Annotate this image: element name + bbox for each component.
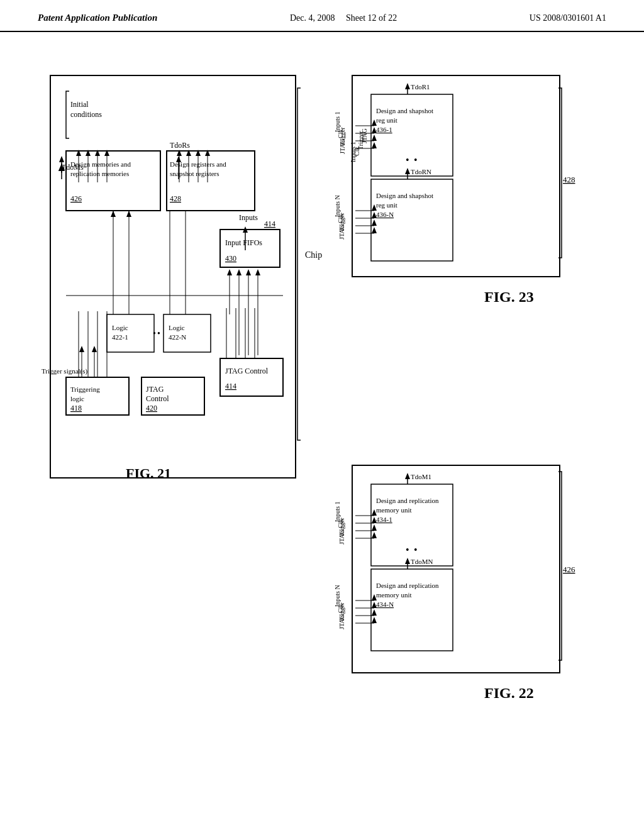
initial-conditions-label: Initial — [70, 100, 89, 109]
fig23-unit1-text: Design and shapshot — [376, 107, 433, 114]
svg-text:•: • — [414, 155, 418, 165]
svg-text:422-1: 422-1 — [112, 333, 128, 341]
svg-text:memory unit: memory unit — [376, 591, 412, 599]
tdoMN-label: TdoMN — [411, 558, 433, 565]
svg-text:414: 414 — [225, 382, 236, 390]
page-header: Patent Application Publication Dec. 4, 2… — [0, 13, 644, 32]
main-drawing: Chip Initial conditions TdoMs Design mem… — [31, 57, 616, 799]
input-fifos-text: Input FIFOs — [225, 238, 262, 247]
svg-text:422-N: 422-N — [169, 333, 186, 341]
svg-text:memory unit: memory unit — [376, 506, 412, 514]
header-right: US 2008/0301601 A1 — [530, 13, 606, 23]
tdoRs-label: TdoRs — [170, 141, 190, 150]
jtag-control-bottom-text: JTAG — [146, 385, 164, 394]
svg-marker-76 — [405, 168, 410, 174]
tdoRN-label: TdoRN — [411, 168, 431, 175]
svg-marker-101 — [372, 227, 377, 233]
svg-marker-124 — [372, 524, 377, 531]
svg-text:conditions: conditions — [70, 110, 102, 119]
svg-text:•: • — [157, 329, 160, 338]
triggering-logic-text: Triggering — [70, 385, 100, 393]
svg-text:434-N: 434-N — [376, 600, 394, 608]
patent-page: Patent Application Publication Dec. 4, 2… — [0, 0, 644, 830]
svg-marker-87 — [372, 135, 377, 141]
svg-marker-126 — [372, 532, 377, 538]
svg-text:JTAG: JTAG — [338, 614, 345, 629]
svg-text:•: • — [406, 545, 409, 555]
fig23-unitN-text: Design and shapshot — [376, 192, 433, 199]
svg-text:JTAG: JTAG — [339, 139, 346, 154]
svg-text:•: • — [414, 545, 418, 555]
svg-marker-5 — [59, 156, 64, 162]
svg-text:426: 426 — [70, 194, 82, 203]
svg-text:JTAG: JTAG — [338, 529, 345, 545]
header-left: Patent Application Publication — [38, 13, 157, 23]
svg-marker-51 — [111, 211, 116, 217]
tdoM1-label: TdoM1 — [411, 473, 431, 480]
design-memories-text: Design memories and — [70, 160, 131, 168]
fig23-number: 428 — [563, 175, 575, 184]
svg-marker-57 — [236, 269, 242, 275]
fig21-label: FIG. 21 — [126, 465, 171, 481]
svg-marker-111 — [405, 473, 410, 479]
svg-marker-55 — [227, 269, 232, 275]
svg-text:JTAG: JTAG — [338, 224, 345, 240]
fig22-unit1-text: Design and replication — [376, 497, 439, 504]
svg-marker-61 — [255, 269, 260, 275]
jtag-control-top-text: JTAG Control — [225, 367, 269, 375]
svg-text:436-1: 436-1 — [376, 126, 392, 133]
header-sheet: Sheet 12 of 22 — [346, 13, 397, 23]
svg-marker-151 — [79, 346, 84, 352]
svg-text:430: 430 — [225, 254, 236, 263]
fig23-label: FIG. 23 — [484, 289, 534, 305]
svg-marker-99 — [372, 219, 377, 226]
header-center: Dec. 4, 2008 Sheet 12 of 22 — [290, 13, 397, 23]
svg-text:418: 418 — [70, 404, 82, 412]
svg-text:•: • — [406, 155, 409, 165]
fig22-number: 426 — [563, 565, 575, 574]
logic-422-N-text: Logic — [169, 324, 185, 331]
svg-text:reg unit: reg unit — [376, 116, 397, 124]
trigger-signals-label: Trigger signal(s) — [42, 367, 88, 375]
label-414: 414 — [264, 219, 275, 228]
svg-marker-116 — [405, 558, 410, 564]
svg-text:428: 428 — [170, 194, 181, 203]
chip-label: Chip — [305, 250, 322, 260]
svg-marker-138 — [372, 617, 377, 623]
svg-marker-59 — [246, 269, 251, 275]
svg-text:reg unit: reg unit — [376, 201, 397, 209]
svg-marker-136 — [372, 609, 377, 616]
svg-marker-89 — [372, 142, 377, 148]
svg-text:snapshot registers: snapshot registers — [170, 170, 219, 177]
tdoR1-label: TdoR1 — [411, 83, 430, 91]
logic-422-1-text: Logic — [112, 324, 128, 331]
svg-marker-71 — [405, 83, 410, 89]
svg-marker-152 — [92, 346, 97, 352]
svg-rect-19 — [220, 358, 283, 396]
inputs-label: Inputs — [239, 213, 258, 222]
svg-marker-52 — [126, 211, 131, 217]
svg-text:logic: logic — [70, 395, 84, 402]
svg-rect-0 — [50, 75, 296, 478]
svg-text:434-1: 434-1 — [376, 516, 392, 523]
svg-text:Control: Control — [146, 394, 169, 403]
svg-text:420: 420 — [146, 404, 157, 412]
svg-text:replication memories: replication memories — [70, 170, 129, 177]
fig22-label: FIG. 22 — [484, 685, 534, 701]
header-date: Dec. 4, 2008 — [290, 13, 335, 23]
svg-text:436-N: 436-N — [376, 211, 394, 218]
svg-text:•: • — [153, 329, 156, 338]
fig22-unitN-text: Design and replication — [376, 582, 439, 589]
